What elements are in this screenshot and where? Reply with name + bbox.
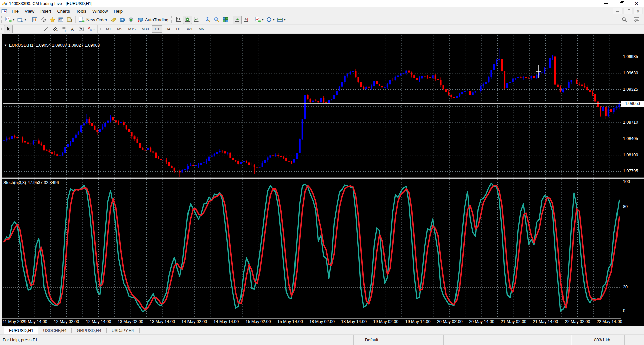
timeframe-m30[interactable]: M30: [139, 25, 152, 33]
status-empty-cell: [624, 335, 644, 345]
text-button[interactable]: A: [68, 25, 77, 33]
menu-charts[interactable]: Charts: [54, 8, 73, 15]
indicators-button[interactable]: ▾: [253, 16, 265, 24]
zoom-out-button[interactable]: [212, 16, 221, 24]
new-chart-button[interactable]: ▾: [4, 16, 16, 24]
menu-help[interactable]: Help: [111, 8, 126, 15]
timeframe-m15[interactable]: M15: [125, 25, 139, 33]
auto-scroll-button[interactable]: [233, 16, 241, 24]
svg-text:E: E: [56, 29, 58, 32]
toolbar-grip[interactable]: [171, 16, 173, 23]
child-close-button[interactable]: ×: [633, 8, 643, 14]
timeframe-h1[interactable]: H1: [152, 25, 162, 33]
tab-usdjpy-h4[interactable]: USDJPY,H4: [107, 327, 139, 334]
toolbar-grip[interactable]: [100, 26, 102, 32]
periods-button[interactable]: ▾: [265, 16, 276, 24]
publish-button[interactable]: [118, 16, 127, 24]
svg-text:A: A: [71, 27, 74, 32]
cursor-icon: [6, 26, 11, 32]
line-chart-button[interactable]: [192, 16, 201, 24]
toolbar-separator: [202, 16, 202, 23]
timeframe-m5[interactable]: M5: [114, 25, 125, 33]
profiles-button[interactable]: ▾: [16, 16, 28, 24]
chart-shift-button[interactable]: [241, 16, 250, 24]
market-watch-button[interactable]: [31, 16, 39, 24]
timeframe-m1[interactable]: M1: [103, 25, 114, 33]
market-watch-icon: [32, 17, 38, 22]
candlestick-chart-icon: [184, 17, 191, 22]
arrows-icon: [87, 26, 92, 32]
navigator-button[interactable]: [48, 16, 57, 24]
zoom-in-button[interactable]: [204, 16, 212, 24]
data-window-button[interactable]: [39, 16, 48, 24]
text-icon: A: [70, 26, 75, 32]
timeframe-w1[interactable]: W1: [184, 25, 196, 33]
timeframe-h4[interactable]: H4: [162, 25, 173, 33]
candlestick-chart-button[interactable]: [183, 16, 192, 24]
new-order-icon: [78, 17, 85, 23]
timeframe-d1[interactable]: D1: [173, 25, 184, 33]
tab-usdchf-h4[interactable]: USDCHF,H4: [38, 327, 71, 334]
chevron-down-icon: ▾: [93, 28, 95, 31]
tab-separator: [106, 328, 107, 333]
arrows-button[interactable]: ▾: [86, 25, 96, 33]
window-controls: ×: [599, 0, 644, 7]
bar-chart-button[interactable]: [174, 16, 183, 24]
price-chart-canvas[interactable]: [0, 34, 644, 326]
autotrading-button[interactable]: AutoTrading: [136, 16, 170, 24]
menu-view[interactable]: View: [22, 8, 37, 15]
chat-button[interactable]: [632, 16, 641, 24]
fibonacci-icon: F: [61, 26, 67, 32]
terminal-button[interactable]: [57, 16, 65, 24]
search-button[interactable]: [620, 16, 629, 24]
restore-button[interactable]: [614, 0, 629, 7]
status-bar: For Help, press F1 Default 803/1 kb: [0, 335, 644, 345]
menu-insert[interactable]: Insert: [37, 8, 54, 15]
vertical-line-button[interactable]: [24, 25, 33, 33]
menu-file[interactable]: File: [9, 8, 22, 15]
toolbar-separator: [75, 16, 76, 23]
toolbar-separator: [29, 16, 29, 23]
channel-button[interactable]: E: [51, 25, 59, 33]
menu-tools[interactable]: Tools: [73, 8, 89, 15]
strategy-tester-button[interactable]: [65, 16, 74, 24]
templates-button[interactable]: ▾: [276, 16, 287, 24]
child-minimize-button[interactable]: [613, 8, 623, 14]
chart-document-icon[interactable]: [1, 9, 7, 14]
toolbar-grip[interactable]: [1, 16, 3, 23]
status-empty-cell: [443, 335, 516, 345]
publish-icon: [119, 17, 125, 22]
tab-gbpusd-h4[interactable]: GBPUSD,H4: [72, 327, 106, 334]
minimize-button[interactable]: [599, 0, 614, 7]
timeframe-mn[interactable]: MN: [196, 25, 207, 33]
menu-window[interactable]: Window: [89, 8, 111, 15]
chevron-down-icon: ▾: [262, 18, 263, 21]
tabbar-grip: [0, 328, 3, 334]
chevron-down-icon: ▾: [284, 18, 285, 21]
trendline-icon: [44, 26, 49, 32]
child-restore-button[interactable]: [623, 8, 633, 14]
chevron-down-icon: ▾: [13, 18, 14, 21]
crosshair-button[interactable]: [13, 25, 21, 33]
trendline-button[interactable]: [42, 25, 51, 33]
close-button[interactable]: ×: [629, 0, 644, 7]
toolbar-grip[interactable]: [1, 26, 3, 32]
bar-chart-icon: [176, 17, 182, 22]
status-help-text: For Help, press F1: [0, 335, 353, 345]
svg-text:T: T: [80, 28, 82, 31]
text-label-button[interactable]: T: [77, 25, 86, 33]
horizontal-line-button[interactable]: [33, 25, 42, 33]
cursor-button[interactable]: [4, 25, 13, 33]
tile-windows-button[interactable]: [221, 16, 230, 24]
channel-icon: E: [52, 26, 58, 32]
fibonacci-button[interactable]: F: [59, 25, 68, 33]
strategy-tester-icon: [67, 17, 73, 22]
status-profile[interactable]: Default: [353, 335, 443, 345]
metaeditor-button[interactable]: [109, 16, 118, 24]
new-order-button[interactable]: New Order: [77, 16, 109, 24]
signals-button[interactable]: [127, 16, 136, 24]
child-close-icon: ×: [637, 9, 639, 14]
chart-tab-bar: EURUSD,H1 USDCHF,H4 GBPUSD,H4 USDJPY,H4: [0, 326, 644, 335]
traffic-text: 803/1 kb: [594, 338, 610, 342]
tab-eurusd-h1[interactable]: EURUSD,H1: [4, 327, 38, 334]
